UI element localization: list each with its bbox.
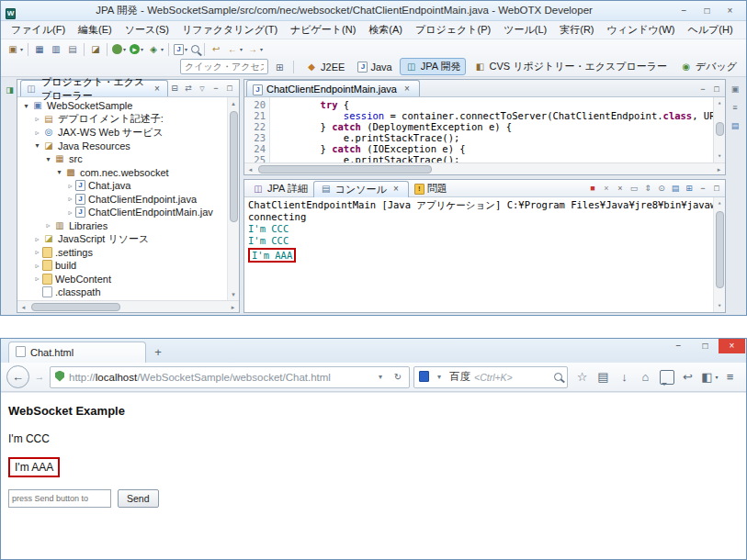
tree-item[interactable]: ▾▣WebSocketSample xyxy=(17,99,239,113)
tree-expand-arrow-icon[interactable]: ▹ xyxy=(43,221,53,230)
tree-expand-arrow-icon[interactable]: ▹ xyxy=(32,129,42,137)
toolbar-button-save-all[interactable]: ▥ xyxy=(48,41,64,58)
tree-item[interactable]: ▹▤デプロイメント記述子: xyxy=(17,113,239,127)
console-tab-problems[interactable]: !問題 xyxy=(409,181,453,197)
menu-item[interactable]: ツール(L) xyxy=(497,21,553,39)
console-maximize-button[interactable]: □ xyxy=(710,181,723,196)
scroll-right-button[interactable]: ▸ xyxy=(227,301,239,313)
explorer-view-menu-button[interactable]: ▽ xyxy=(196,81,209,95)
browser-close-button[interactable]: × xyxy=(719,339,745,353)
perspective-java[interactable]: JJava xyxy=(352,60,397,74)
console-scroll-lock-button[interactable]: ⇕ xyxy=(641,181,654,196)
console-stop-button[interactable]: ■ xyxy=(586,181,599,196)
explorer-vertical-scrollbar[interactable]: ▴ ▾ xyxy=(227,97,239,300)
scrollbar-thumb[interactable] xyxy=(716,122,724,137)
fast-view-button[interactable]: ◨ xyxy=(4,83,17,97)
url-history-dropdown-icon[interactable]: ▾ xyxy=(374,370,387,384)
download-button[interactable]: ↓ xyxy=(614,366,635,387)
menu-item[interactable]: 検索(A) xyxy=(362,21,409,39)
tree-item[interactable]: ▹JChat.java xyxy=(17,179,239,193)
explorer-link-editor-button[interactable]: ⇄ xyxy=(182,81,195,95)
toolbar-button-external-tools[interactable]: ◈▾ xyxy=(145,41,165,58)
scroll-up-button[interactable]: ▴ xyxy=(228,97,240,109)
scroll-left-button[interactable]: ◂ xyxy=(17,301,29,313)
open-perspective-button[interactable]: ⊞ xyxy=(271,60,288,76)
outline-button[interactable]: ≡ xyxy=(729,100,741,115)
console-clear-console-button[interactable]: ▭ xyxy=(628,181,640,196)
tree-expand-arrow-icon[interactable]: ▹ xyxy=(32,235,42,243)
menu-item[interactable]: 実行(R) xyxy=(553,21,600,39)
scrollbar-thumb[interactable] xyxy=(230,111,238,222)
editor-minimize-button[interactable]: − xyxy=(696,82,709,96)
tree-collapse-arrow-icon[interactable]: ▾ xyxy=(43,155,53,163)
scrollbar-track[interactable] xyxy=(714,109,726,151)
toolbar-button-build[interactable]: ◪ xyxy=(87,41,104,58)
menu-item[interactable]: プロジェクト(P) xyxy=(409,21,497,39)
editor-tab-chatclientendpointmain[interactable]: J ChatClientEndpointMain.java × xyxy=(246,80,420,96)
perspective-cvs[interactable]: ◧CVS リポジトリー・エクスプローラー xyxy=(468,58,673,75)
explorer-tab[interactable]: ◫ プロジェクト・エクスプローラー × xyxy=(20,80,168,96)
tree-expand-arrow-icon[interactable]: ▹ xyxy=(32,248,42,256)
messages-button[interactable] xyxy=(656,366,677,387)
quick-access-input[interactable] xyxy=(180,59,268,74)
forward-button[interactable]: → xyxy=(33,370,46,385)
toolbar-button-new-java-project[interactable]: J▾ xyxy=(172,41,189,58)
browser-maximize-button[interactable]: □ xyxy=(692,339,719,353)
scroll-down-button[interactable]: ▾ xyxy=(714,151,726,162)
sync-button[interactable]: ↩ xyxy=(677,366,698,387)
toolbar-button-back[interactable]: ←▾ xyxy=(224,41,244,58)
console-display-console-button[interactable]: ▤ xyxy=(669,181,682,196)
tree-collapse-arrow-icon[interactable]: ▾ xyxy=(32,141,42,150)
back-button[interactable]: ← xyxy=(6,365,29,388)
menu-button[interactable]: ≡ xyxy=(719,366,741,387)
tree-expand-arrow-icon[interactable]: ▹ xyxy=(32,115,42,123)
tree-expand-arrow-icon[interactable]: ▹ xyxy=(65,208,75,217)
editor-horizontal-scrollbar[interactable]: ◂ ▸ xyxy=(244,162,725,174)
tree-expand-arrow-icon[interactable]: ▹ xyxy=(32,274,42,283)
reload-button[interactable]: ↻ xyxy=(391,371,404,384)
message-input[interactable] xyxy=(8,489,111,508)
toolbar-button-print[interactable]: ▤ xyxy=(64,41,81,58)
console-minimize-button[interactable]: − xyxy=(696,181,709,196)
menu-item[interactable]: ヘルプ(H) xyxy=(682,21,740,39)
toolbar-button-last-edit[interactable]: ↩ xyxy=(208,41,224,58)
search-button[interactable] xyxy=(554,372,562,383)
tree-item[interactable]: ▹build xyxy=(17,259,239,273)
tree-item[interactable]: ▹.settings xyxy=(17,246,239,260)
tree-item[interactable]: ▾▩com.nec.websocket xyxy=(17,166,239,180)
tree-item[interactable]: ▹▥Libraries xyxy=(17,219,239,233)
explorer-collapse-all-button[interactable]: ⊟ xyxy=(168,81,181,95)
console-open-console-button[interactable]: ⊞ xyxy=(683,181,696,196)
search-engine-dropdown-icon[interactable]: ▾ xyxy=(433,370,446,384)
ide-titlebar[interactable]: W JPA 開発 - WebSocketSample/src/com/nec/w… xyxy=(1,1,746,21)
console-pin-console-button[interactable]: ⊙ xyxy=(655,181,668,196)
scrollbar-thumb[interactable] xyxy=(258,165,432,174)
search-bar[interactable]: ▾ 百度 <Ctrl+K> xyxy=(413,366,568,388)
tree-expand-arrow-icon[interactable]: ▹ xyxy=(65,195,75,203)
tree-item[interactable]: ▹JChatClientEndpoint.java xyxy=(17,193,239,207)
explorer-horizontal-scrollbar[interactable]: ◂ ▸ xyxy=(17,300,239,312)
tree-item[interactable]: ▹JChatClientEndpointMain.jav xyxy=(17,206,239,219)
console-remove-launch-button[interactable]: × xyxy=(600,181,613,196)
explorer-minimize-button[interactable]: − xyxy=(209,81,222,95)
console-output[interactable]: ▴ ▾ ChatClientEndpointMain [Java アプリケーショ… xyxy=(244,197,725,312)
console-tab-jpa-details[interactable]: ◫JPA 詳細 xyxy=(246,181,313,197)
editor-maximize-button[interactable]: □ xyxy=(710,82,723,96)
ide-close-button[interactable]: × xyxy=(719,3,741,18)
browser-tab-bar[interactable]: Chat.html + −□× xyxy=(1,339,746,363)
toolbar-button-search[interactable] xyxy=(189,41,201,58)
scrollbar-track[interactable] xyxy=(29,301,227,313)
tree-collapse-arrow-icon[interactable]: ▾ xyxy=(21,102,31,110)
menu-item[interactable]: ファイル(F) xyxy=(5,21,72,39)
scrollbar-thumb[interactable] xyxy=(31,303,120,311)
url-bar[interactable]: http://localhost/WebSocketSample/websock… xyxy=(50,366,410,388)
tree-item[interactable]: ▹WebContent xyxy=(17,273,239,286)
menu-item[interactable]: リファクタリング(T) xyxy=(175,21,284,39)
perspective-debug[interactable]: ◉デバッグ xyxy=(674,58,742,75)
scroll-down-button[interactable]: ▾ xyxy=(228,288,240,300)
ide-maximize-button[interactable]: □ xyxy=(696,3,719,18)
bookmarks-button[interactable]: ▤ xyxy=(593,366,614,387)
scrollbar-track[interactable] xyxy=(228,109,240,288)
new-tab-button[interactable]: + xyxy=(146,343,170,361)
tree-item[interactable]: ▾◪Java Resources xyxy=(17,140,239,153)
